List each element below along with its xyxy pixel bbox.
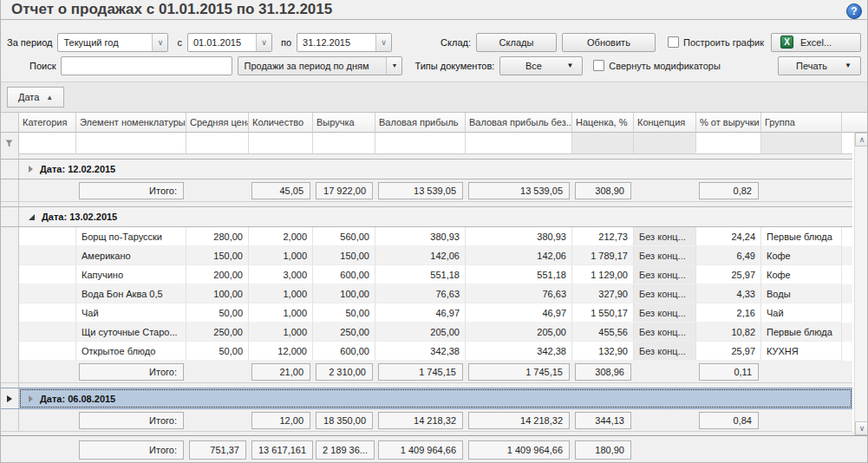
filter-cell-gross[interactable] (375, 133, 466, 154)
table-row[interactable]: Борщ по-Тарусски280,002,000560,00380,933… (0, 227, 852, 246)
cell-gross_wo[interactable]: 205,00 (466, 323, 572, 342)
filter-cell-revenue[interactable] (313, 133, 375, 154)
cell-qty[interactable]: 2,000 (249, 227, 313, 246)
filter-cell-gross_wo[interactable] (466, 133, 572, 154)
chevron-down-icon[interactable]: ∨ (256, 34, 271, 51)
cell-revenue[interactable]: 600,00 (313, 265, 375, 284)
print-button[interactable]: Печать ▼ (778, 56, 861, 75)
cell-gross_wo[interactable]: 142,06 (466, 246, 572, 265)
cell-qty[interactable]: 3,000 (249, 265, 313, 284)
cell-gross_wo[interactable]: 76,63 (466, 284, 572, 303)
doc-types-select[interactable]: Все ▼ (499, 56, 583, 75)
cell-category[interactable] (19, 303, 76, 323)
cell-group[interactable]: Чай (761, 303, 842, 323)
cell-avg_price[interactable]: 50,00 (186, 342, 249, 361)
group-row[interactable]: Дата: 12.02.2015 (0, 159, 852, 179)
cell-markup[interactable]: 212,73 (572, 227, 634, 246)
cell-revenue[interactable]: 250,00 (313, 323, 375, 342)
column-header-avg_price[interactable]: Средняя цена (186, 113, 249, 133)
cell-group[interactable]: Кофе (761, 265, 842, 284)
cell-concept[interactable]: Без конц... (634, 303, 696, 323)
cell-gross_wo[interactable]: 342,38 (466, 342, 572, 361)
cell-gross[interactable]: 551,18 (375, 265, 466, 284)
column-header-category[interactable]: Категория (19, 113, 76, 133)
cell-gross_wo[interactable]: 380,93 (466, 227, 572, 246)
filter-cell-markup[interactable] (572, 133, 634, 154)
to-date-select[interactable]: 31.12.2015 ∨ (297, 33, 392, 52)
cell-revenue[interactable]: 50,00 (313, 303, 375, 323)
cell-pct_revenue[interactable]: 6,49 (696, 246, 761, 265)
filter-cell-concept[interactable] (634, 133, 696, 154)
cell-category[interactable] (19, 342, 76, 361)
cell-category[interactable] (19, 246, 76, 265)
filter-cell-qty[interactable] (249, 133, 313, 154)
chevron-down-icon[interactable]: ∨ (152, 34, 167, 51)
warehouses-button[interactable]: Склады (476, 33, 557, 52)
cell-markup[interactable]: 455,56 (572, 323, 634, 342)
checkbox-icon[interactable] (668, 36, 679, 48)
date-group-chip[interactable]: Дата ▲ (7, 87, 64, 108)
column-header-revenue[interactable]: Выручка (313, 113, 375, 133)
cell-group[interactable]: Воды (761, 284, 842, 303)
cell-concept[interactable]: Без конц... (634, 342, 696, 361)
from-date-select[interactable]: 01.01.2015 ∨ (187, 33, 272, 52)
cell-concept[interactable]: Без конц... (634, 227, 696, 246)
table-row[interactable]: Американо150,001,000150,00142,06142,061 … (0, 246, 852, 265)
cell-name[interactable]: Капучино (76, 265, 186, 284)
cell-group[interactable]: Кофе (761, 246, 842, 265)
filter-cell-category[interactable] (19, 133, 76, 154)
expand-group-icon[interactable] (29, 395, 33, 402)
scroll-up-icon[interactable]: ∧ (855, 133, 868, 147)
column-header-concept[interactable]: Концепция (634, 113, 696, 133)
cell-gross_wo[interactable]: 551,18 (466, 265, 572, 284)
cell-name[interactable]: Щи суточные Старо... (76, 323, 186, 342)
filter-cell-name[interactable] (76, 133, 186, 154)
cell-gross[interactable]: 46,97 (375, 303, 466, 323)
cell-markup[interactable]: 327,90 (572, 284, 634, 303)
refresh-button[interactable]: Обновить (562, 33, 656, 52)
search-input[interactable] (61, 56, 232, 75)
cell-gross[interactable]: 76,63 (375, 284, 466, 303)
collapse-group-icon[interactable] (29, 214, 35, 220)
excel-button[interactable]: X Excel... (771, 33, 861, 52)
column-header-pct_revenue[interactable]: % от выручки (696, 113, 761, 133)
cell-markup[interactable]: 1 789,17 (572, 246, 634, 265)
cell-group[interactable]: КУХНЯ (761, 342, 842, 361)
group-row[interactable]: Дата: 06.08.2015 (0, 388, 852, 409)
column-header-gross_wo[interactable]: Валовая прибыль без... (466, 113, 572, 133)
cell-gross[interactable]: 142,06 (375, 246, 466, 265)
cell-avg_price[interactable]: 280,00 (186, 227, 249, 246)
column-header-gross[interactable]: Валовая прибыль (375, 113, 466, 133)
cell-avg_price[interactable]: 150,00 (186, 246, 249, 265)
table-row[interactable]: Чай50,001,00050,0046,9746,971 550,17Без … (0, 303, 852, 323)
cell-pct_revenue[interactable]: 25,97 (696, 265, 761, 284)
collapse-modifiers-checkbox[interactable]: Свернуть модификаторы (593, 60, 720, 71)
cell-name[interactable]: Открытое блюдо (76, 342, 186, 361)
cell-avg_price[interactable]: 50,00 (186, 303, 249, 323)
cell-revenue[interactable]: 100,00 (313, 284, 375, 303)
cell-qty[interactable]: 1,000 (249, 323, 313, 342)
cell-qty[interactable]: 1,000 (249, 284, 313, 303)
filter-cell-pct_revenue[interactable] (696, 133, 761, 154)
cell-category[interactable] (19, 284, 76, 303)
chevron-down-icon[interactable]: ∨ (375, 34, 391, 51)
checkbox-icon[interactable] (593, 60, 604, 71)
column-header-group[interactable]: Группа (761, 113, 842, 133)
cell-pct_revenue[interactable]: 24,24 (696, 227, 761, 246)
cell-concept[interactable]: Без конц... (634, 246, 696, 265)
group-row-content[interactable]: Дата: 06.08.2015 (19, 388, 852, 408)
table-row[interactable]: Открытое блюдо50,0012,000600,00342,38342… (0, 342, 852, 361)
help-icon[interactable]: ? (846, 3, 862, 19)
cell-concept[interactable]: Без конц... (634, 323, 696, 342)
scroll-down-icon[interactable]: ∨ (855, 421, 868, 435)
cell-qty[interactable]: 1,000 (249, 246, 313, 265)
column-header-name[interactable]: Элемент номенклатуры (76, 113, 186, 133)
cell-pct_revenue[interactable]: 25,97 (696, 342, 761, 361)
cell-name[interactable]: Вода Бон Аква 0,5 (76, 284, 186, 303)
cell-gross[interactable]: 342,38 (375, 342, 466, 361)
cell-group[interactable]: Первые блюда (761, 323, 842, 342)
filter-cell-avg_price[interactable] (186, 133, 249, 154)
cell-category[interactable] (19, 227, 76, 246)
cell-markup[interactable]: 1 550,17 (572, 303, 634, 323)
cell-markup[interactable]: 1 129,00 (572, 265, 634, 284)
